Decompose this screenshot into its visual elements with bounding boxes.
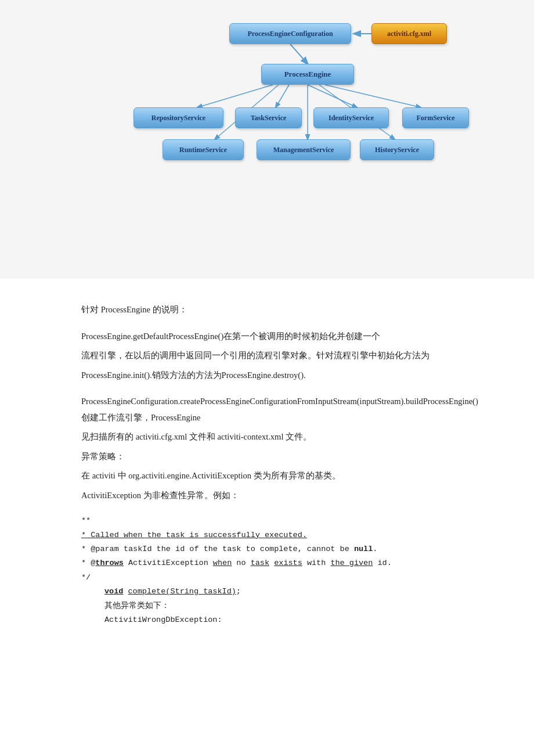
paragraph-4: ProcessEngine.init().销毁方法的方法为ProcessEngi… bbox=[81, 368, 453, 384]
para6-text: 异常策略： bbox=[81, 452, 125, 461]
activiti-cfg-node: activiti.cfg.xml bbox=[371, 23, 447, 44]
code-line-5: */ bbox=[81, 571, 453, 585]
process-engine-node: ProcessEngine bbox=[261, 64, 354, 85]
task-service-node: TaskService bbox=[235, 107, 302, 128]
svg-line-6 bbox=[325, 85, 421, 107]
paragraph-3: 流程引擎，在以后的调用中返回同一个引用的流程引擎对象。针对流程引擎中初始化方法为 bbox=[81, 348, 453, 364]
code-text-1: ** bbox=[81, 516, 91, 525]
code-task: task bbox=[251, 559, 269, 567]
runtime-service-node: RuntimeService bbox=[163, 139, 244, 160]
text-content: 针对 ProcessEngine 的说明： ProcessEngine.getD… bbox=[0, 279, 534, 656]
code-exists: exists bbox=[274, 559, 302, 567]
diagram-section: ProcessEngineConfiguration activiti.cfg.… bbox=[0, 0, 534, 186]
code-text-8: ActivitiWrongDbException: bbox=[104, 615, 222, 624]
code-line-8: ActivitiWrongDbException: bbox=[81, 613, 453, 627]
code-throws-keyword: throws bbox=[95, 559, 124, 567]
para8-text: ActivitiException 为非检查性异常。例如： bbox=[81, 491, 239, 500]
code-line-7: 其他异常类如下： bbox=[81, 599, 453, 613]
page: ProcessEngineConfiguration activiti.cfg.… bbox=[0, 0, 534, 756]
para1-text: 针对 ProcessEngine 的说明： bbox=[81, 305, 187, 314]
code-text-5: */ bbox=[81, 573, 91, 582]
code-the-given: the given bbox=[330, 559, 373, 567]
diagram-container: ProcessEngineConfiguration activiti.cfg.… bbox=[87, 17, 447, 168]
code-line-6: void complete(String taskId); bbox=[81, 585, 453, 599]
paragraph-8: ActivitiException 为非检查性异常。例如： bbox=[81, 488, 453, 504]
code-line-2: * Called when the task is successfully e… bbox=[81, 528, 453, 542]
para3-text: 流程引擎，在以后的调用中返回同一个引用的流程引擎对象。针对流程引擎中初始化方法为 bbox=[81, 351, 430, 360]
paragraph-6: 异常策略： bbox=[81, 449, 453, 465]
code-line-4: * @throws ActivitiException when no task… bbox=[81, 556, 453, 570]
para2-text: ProcessEngine.getDefaultProcessEngine()在… bbox=[81, 332, 380, 341]
form-service-node: FormService bbox=[402, 107, 469, 128]
code-when: when bbox=[213, 559, 232, 567]
svg-line-5 bbox=[308, 85, 357, 107]
history-service-node: HistoryService bbox=[360, 139, 434, 160]
code-block: ** * Called when the task is successfull… bbox=[81, 514, 453, 627]
para7-text: 在 activiti 中 org.activiti.engine.Activit… bbox=[81, 471, 341, 480]
paragraph-7: 在 activiti 中 org.activiti.engine.Activit… bbox=[81, 468, 453, 484]
svg-line-2 bbox=[290, 44, 308, 64]
management-service-node: ManagementService bbox=[257, 139, 351, 160]
code-line-3: * @param taskId the id of the task to co… bbox=[81, 542, 453, 556]
process-engine-config-node: ProcessEngineConfiguration bbox=[229, 23, 351, 44]
paragraph-5b: 见扫描所有的 activiti.cfg.xml 文件和 activiti-con… bbox=[81, 429, 453, 445]
code-text-7: 其他异常类如下： bbox=[104, 601, 169, 610]
para5-text: ProcessEngineConfiguration.createProcess… bbox=[81, 397, 478, 422]
identity-service-node: IdentityService bbox=[313, 107, 389, 128]
para4-text: ProcessEngine.init().销毁方法的方法为ProcessEngi… bbox=[81, 370, 306, 380]
paragraph-5: ProcessEngineConfiguration.createProcess… bbox=[81, 394, 453, 426]
code-null: null bbox=[354, 545, 373, 553]
code-text-2: * Called when the task is successfully e… bbox=[81, 531, 307, 539]
gray-spacer bbox=[0, 186, 534, 279]
svg-line-4 bbox=[276, 85, 289, 107]
paragraph-1: 针对 ProcessEngine 的说明： bbox=[81, 302, 453, 318]
paragraph-2: ProcessEngine.getDefaultProcessEngine()在… bbox=[81, 329, 453, 345]
repository-service-node: RepositoryService bbox=[134, 107, 223, 128]
para5b-text: 见扫描所有的 activiti.cfg.xml 文件和 activiti-con… bbox=[81, 432, 312, 441]
code-complete: complete(String taskId) bbox=[128, 587, 236, 596]
code-void: void bbox=[104, 587, 123, 596]
svg-line-3 bbox=[197, 85, 273, 107]
code-line-1: ** bbox=[81, 514, 453, 528]
